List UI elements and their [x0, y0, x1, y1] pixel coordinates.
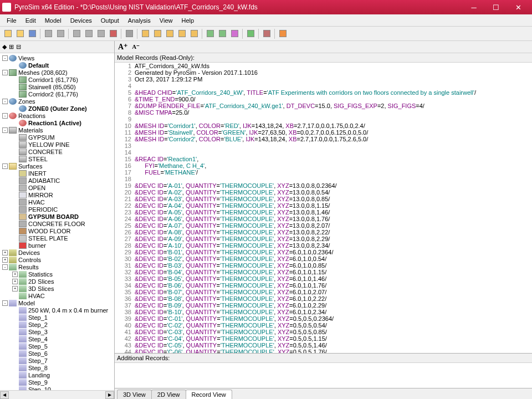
toolbar-run-icon[interactable]: [245, 28, 256, 39]
tree-item[interactable]: GYPSUM: [0, 134, 114, 141]
toolbar-surf-icon[interactable]: [204, 28, 216, 39]
toolbar-zone-icon[interactable]: [152, 28, 163, 39]
tree-expander-icon[interactable]: +: [12, 272, 18, 277]
toolbar-undo-icon[interactable]: [43, 28, 54, 39]
tree-item[interactable]: Step_3: [0, 328, 114, 335]
tab-2d-view[interactable]: 2D View: [151, 390, 186, 399]
tree-item[interactable]: OPEN: [0, 184, 114, 191]
tree-item[interactable]: Step_2: [0, 321, 114, 328]
toolbar-split-icon[interactable]: [229, 28, 240, 39]
tree-item[interactable]: ZONE0 (Outer Zone): [0, 105, 114, 112]
tree-item[interactable]: YELLOW PINE: [0, 141, 114, 148]
tree-expander-icon[interactable]: -: [2, 113, 8, 119]
menu-file[interactable]: File: [2, 16, 21, 25]
tree-expander-icon[interactable]: -: [2, 127, 8, 133]
tree-item[interactable]: Step_1: [0, 314, 114, 321]
toolbar-copy-icon[interactable]: [83, 28, 94, 39]
tree-item[interactable]: Step_4: [0, 335, 114, 342]
tree-item[interactable]: +3D Slices: [0, 285, 114, 292]
tree-item[interactable]: STEEL: [0, 155, 114, 162]
toolbar-selbox-icon[interactable]: [124, 28, 135, 39]
tree-item[interactable]: INERT: [0, 170, 114, 177]
tree-item[interactable]: HVAC: [0, 198, 114, 206]
toolbar-cut-icon[interactable]: [71, 28, 82, 39]
expand-all-icon[interactable]: ⊞: [9, 43, 14, 50]
tree-item[interactable]: Corridor2 (61,776): [0, 90, 114, 98]
collapse-all-icon[interactable]: ⊟: [16, 43, 21, 50]
tree-expander-icon[interactable]: +: [12, 279, 18, 284]
toolbar-save-icon[interactable]: [27, 28, 38, 39]
tree-item[interactable]: ADIABATIC: [0, 177, 114, 184]
tree-expander-icon[interactable]: -: [2, 55, 8, 61]
tab-record-view[interactable]: Record View: [186, 390, 232, 399]
font-decrease-button[interactable]: A⁻: [132, 43, 140, 50]
minimize-button[interactable]: ─: [467, 2, 481, 12]
tree-item[interactable]: Stairwell (85,050): [0, 83, 114, 90]
toolbar-mesh-icon[interactable]: [140, 28, 151, 39]
tree-item[interactable]: +Devices: [0, 249, 114, 256]
tree-item[interactable]: Step_10: [0, 386, 114, 390]
tree-item[interactable]: burner: [0, 242, 114, 249]
scroll-right-icon[interactable]: ▶: [105, 391, 114, 399]
tree-expander-icon[interactable]: +: [2, 250, 8, 255]
tab-3d-view[interactable]: 3D View: [117, 390, 152, 399]
font-increase-button[interactable]: A⁺: [118, 42, 127, 52]
tree-item[interactable]: CONCRETE FLOOR: [0, 220, 114, 227]
tree-expander-icon[interactable]: -: [2, 264, 8, 270]
tree-expander-icon[interactable]: +: [12, 286, 18, 291]
tree-item[interactable]: Step_5: [0, 342, 114, 350]
toolbar-redo-icon[interactable]: [55, 28, 66, 39]
tree-item[interactable]: +Controls: [0, 256, 114, 263]
tree-item[interactable]: Step_9: [0, 378, 114, 386]
menu-edit[interactable]: Edit: [21, 16, 40, 25]
code-editor[interactable]: 1ATF_Corridors_240_kW.fds2Generated by P…: [115, 63, 532, 353]
tree-item[interactable]: -Zones: [0, 98, 114, 105]
tree-item[interactable]: WOOD FLOOR: [0, 227, 114, 234]
tree-item[interactable]: CONCRETE: [0, 148, 114, 155]
tree-expander-icon[interactable]: -: [2, 300, 8, 306]
menu-analysis[interactable]: Analysis: [124, 16, 155, 25]
tree-item[interactable]: Step_8: [0, 364, 114, 371]
navigator-tree[interactable]: -ViewsDefault-Meshes (208,602)Corridor1 …: [0, 53, 114, 390]
menu-output[interactable]: Output: [96, 16, 124, 25]
tree-item[interactable]: +Statistics: [0, 270, 114, 278]
close-button[interactable]: ✕: [511, 2, 525, 12]
toolbar-dev-icon[interactable]: [176, 28, 187, 39]
scroll-left-icon[interactable]: ◀: [0, 391, 9, 399]
toolbar-delete-icon[interactable]: [108, 28, 119, 39]
tree-expander-icon[interactable]: -: [2, 99, 8, 104]
additional-records-body[interactable]: [115, 363, 532, 388]
tree-item[interactable]: -Views: [0, 54, 114, 62]
toolbar-mat-icon[interactable]: [217, 28, 228, 39]
tree-item[interactable]: Reaction1 (Active): [0, 119, 114, 126]
tree-item[interactable]: PERIODIC: [0, 206, 114, 213]
tree-item[interactable]: Default: [0, 62, 114, 69]
tree-item[interactable]: +2D Slices: [0, 278, 114, 285]
tree-item[interactable]: Step_7: [0, 357, 114, 364]
nav-tool-icon[interactable]: ◆: [2, 43, 7, 50]
tree-item[interactable]: Landing: [0, 371, 114, 378]
tree-item[interactable]: STEEL PLATE: [0, 234, 114, 242]
tree-item[interactable]: -Meshes (208,602): [0, 69, 114, 76]
tree-expander-icon[interactable]: -: [2, 70, 8, 75]
tree-item[interactable]: -Surfaces: [0, 162, 114, 170]
tree-item[interactable]: Corridor1 (61,776): [0, 76, 114, 83]
navigator-hscroll[interactable]: ◀ ▶: [0, 390, 114, 399]
toolbar-react-icon[interactable]: [164, 28, 175, 39]
menu-help[interactable]: Help: [177, 16, 198, 25]
toolbar-fire-icon[interactable]: [277, 28, 288, 39]
tree-expander-icon[interactable]: -: [2, 163, 8, 169]
menu-model[interactable]: Model: [40, 16, 66, 25]
maximize-button[interactable]: ☐: [489, 2, 503, 12]
tree-item[interactable]: GYPSUM BOARD: [0, 213, 114, 220]
tree-item[interactable]: MIRROR: [0, 191, 114, 198]
toolbar-paste-icon[interactable]: [95, 28, 106, 39]
toolbar-stop-icon[interactable]: [261, 28, 272, 39]
tree-item[interactable]: HVAC: [0, 292, 114, 299]
tree-item[interactable]: -Reactions: [0, 112, 114, 119]
tree-item[interactable]: -Materials: [0, 126, 114, 134]
toolbar-open-icon[interactable]: [14, 28, 25, 39]
tree-expander-icon[interactable]: +: [2, 257, 8, 263]
tree-item[interactable]: -Results: [0, 263, 114, 270]
toolbar-new-icon[interactable]: [2, 28, 13, 39]
